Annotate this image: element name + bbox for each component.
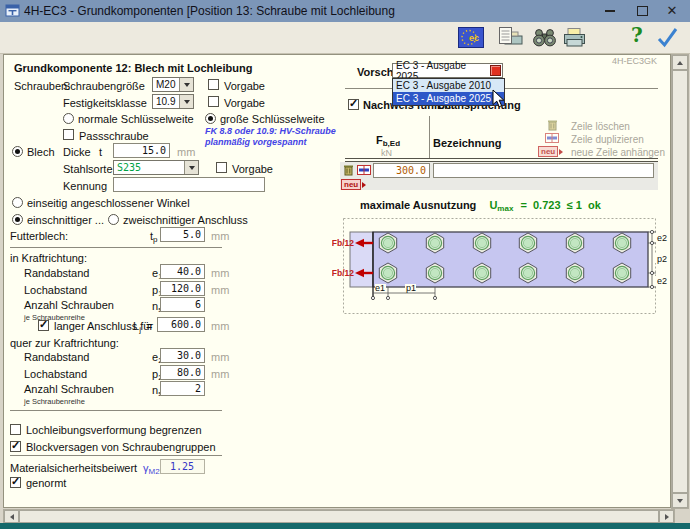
- bezeichnung-row-input[interactable]: [433, 163, 654, 178]
- dim-e2-top-label: e2: [657, 233, 667, 243]
- legend-delete-label: Zeile löschen: [571, 120, 630, 133]
- scroll-right-button[interactable]: [659, 510, 674, 523]
- vorgabe-stahl-label: Vorgabe: [232, 163, 273, 176]
- lochleibung-checkbox[interactable]: [10, 424, 21, 435]
- fbed-row-input[interactable]: 300.0: [373, 163, 430, 178]
- p1-unit: mm: [211, 284, 229, 297]
- lj-symbol: Lj: [133, 320, 141, 336]
- passschraube-label: Passschraube: [79, 130, 149, 143]
- vertical-scrollbar[interactable]: [671, 54, 689, 509]
- eurocode-button[interactable]: ec: [458, 27, 484, 50]
- futterblech-unit: mm: [211, 230, 229, 243]
- window-title: 4H-EC3 - Grundkomponenten [Position 13: …: [24, 4, 395, 18]
- zweischnittig-radio[interactable]: [108, 214, 119, 225]
- print-button[interactable]: [562, 26, 587, 51]
- scroll-left-button[interactable]: [4, 510, 19, 523]
- question-mark-icon: ?: [631, 23, 643, 47]
- append-row-button[interactable]: neu: [341, 179, 369, 190]
- main-plate: [373, 232, 648, 287]
- vorgabe-groesse-checkbox[interactable]: [208, 79, 219, 90]
- toolbar: ec: [0, 22, 690, 54]
- lochabstand2-label: Lochabstand: [24, 368, 87, 381]
- chevron-down-icon[interactable]: [179, 78, 193, 91]
- ns2-input[interactable]: 2: [160, 381, 205, 396]
- genormt-label: genormt: [26, 477, 66, 490]
- p1-input[interactable]: 120.0: [160, 281, 205, 296]
- app-icon: [5, 3, 20, 18]
- blockversagen-checkbox[interactable]: [10, 441, 21, 452]
- normale-schluesselweite-label: normale Schlüsselweite: [78, 113, 194, 126]
- gamma-symbol: γM2: [143, 462, 160, 478]
- chevron-down-icon[interactable]: [184, 161, 198, 174]
- print-list-button[interactable]: [497, 26, 524, 51]
- langer-anschluss-checkbox[interactable]: [38, 320, 49, 331]
- blech-radio[interactable]: [12, 146, 23, 157]
- dicke-input[interactable]: 15.0: [113, 143, 170, 158]
- chevron-down-icon[interactable]: [179, 95, 193, 108]
- confirm-button[interactable]: [656, 26, 679, 50]
- title-bar: 4H-EC3 - Grundkomponenten [Position 13: …: [0, 0, 690, 22]
- schraubengroesse-select[interactable]: M20: [152, 77, 194, 92]
- maximize-button[interactable]: [628, 0, 656, 22]
- e2-unit: mm: [211, 351, 229, 364]
- norm-status-button[interactable]: [490, 65, 501, 76]
- p2-input[interactable]: 80.0: [160, 365, 205, 380]
- grosse-schluesselweite-radio[interactable]: [205, 113, 216, 124]
- close-button[interactable]: ✕: [658, 0, 686, 22]
- nachweis-checkbox[interactable]: [348, 99, 359, 110]
- dicke-label: Dicke: [63, 146, 91, 159]
- horizontal-scrollbar[interactable]: [3, 509, 675, 524]
- divider: [10, 247, 222, 248]
- festigkeitsklasse-select[interactable]: 10.9: [152, 94, 194, 109]
- stahlsorte-select[interactable]: S235: [113, 160, 199, 175]
- genormt-checkbox[interactable]: [10, 477, 21, 488]
- dropdown-option-2025[interactable]: EC 3 - Ausgabe 2025: [393, 92, 504, 105]
- divider: [10, 410, 222, 411]
- window-bottom-edge: [0, 523, 690, 529]
- dropdown-option-2010[interactable]: EC 3 - Ausgabe 2010: [393, 79, 504, 92]
- lj-input[interactable]: 600.0: [157, 317, 205, 332]
- vorgabe-stahl-checkbox[interactable]: [216, 162, 227, 173]
- ns1-input[interactable]: 6: [160, 297, 205, 312]
- row-duplicate-icon[interactable]: [357, 165, 371, 175]
- dim-right: [648, 232, 656, 287]
- printer-icon: [562, 26, 587, 49]
- result-line: maximale Ausnutzung Umax = 0.723 ≤ 1 ok: [360, 199, 601, 215]
- lochabstand1-label: Lochabstand: [24, 284, 87, 297]
- futterblech-input[interactable]: 5.0: [160, 227, 205, 242]
- einschnittig-label: einschnittiger ...: [27, 214, 104, 227]
- material-label: Materialsicherheitsbeiwert: [10, 462, 137, 475]
- vorgabe-fk-label: Vorgabe: [224, 97, 265, 110]
- row-delete-icon[interactable]: [343, 164, 354, 176]
- e2-input[interactable]: 30.0: [160, 348, 205, 363]
- kennung-label: Kennung: [63, 180, 107, 193]
- winkel-radio[interactable]: [12, 197, 23, 208]
- search-button[interactable]: [531, 26, 558, 51]
- passschraube-checkbox[interactable]: [63, 129, 74, 140]
- vertical-scroll-thumb[interactable]: [672, 70, 688, 493]
- e1-input[interactable]: 40.0: [160, 264, 205, 279]
- module-badge: 4H-EC3GK: [612, 55, 657, 68]
- tp-symbol: tp: [150, 230, 158, 246]
- delete-row-icon: [547, 119, 558, 131]
- quer-kraftrichtung-label: quer zur Kraftrichtung:: [10, 337, 119, 350]
- help-button[interactable]: ?: [631, 23, 643, 47]
- svg-text:ec: ec: [469, 33, 479, 43]
- divider: [10, 455, 222, 456]
- randabstand1-label: Randabstand: [24, 267, 89, 280]
- in-kraftrichtung-label: in Kraftrichtung:: [10, 252, 87, 265]
- document-printer-icon: [497, 26, 524, 49]
- table-column-divider: [429, 116, 430, 158]
- normale-schluesselweite-radio[interactable]: [63, 113, 74, 124]
- scroll-down-button[interactable]: [672, 493, 688, 508]
- scroll-up-button[interactable]: [672, 55, 688, 70]
- minimize-button[interactable]: [596, 0, 624, 22]
- gamma-value: 1.25: [160, 459, 205, 474]
- horizontal-scroll-thumb[interactable]: [19, 510, 659, 523]
- blockversagen-label: Blockversagen von Schraubengruppen: [26, 441, 216, 454]
- kennung-input[interactable]: [113, 177, 265, 192]
- einschnittig-radio[interactable]: [12, 214, 23, 225]
- vorschrift-combo[interactable]: EC 3 - Ausgabe 2025: [392, 63, 503, 78]
- vorgabe-fk-checkbox[interactable]: [208, 96, 219, 107]
- vorgabe-groesse-label: Vorgabe: [224, 80, 265, 93]
